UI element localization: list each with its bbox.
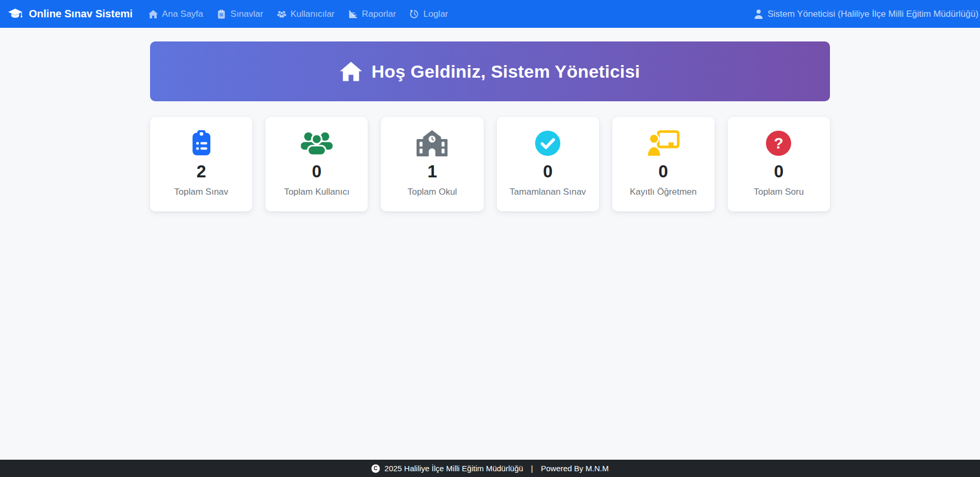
stat-label: Toplam Sınav [174,187,228,197]
user-icon [754,9,763,19]
stat-card-toplam-sinav: 2 Toplam Sınav [150,117,252,211]
footer-powered-by: Powered By M.N.M [541,464,609,473]
stat-value: 0 [312,163,322,180]
nav-item-sinavlar[interactable]: Sınavlar [214,7,266,22]
stat-value: 0 [658,163,668,180]
main-content: Hoş Geldiniz, Sistem Yöneticisi 2 Toplam… [150,41,830,211]
footer-separator: | [531,464,533,473]
home-icon [340,61,362,81]
stat-label: Tamamlanan Sınav [509,187,586,197]
stat-value: 0 [774,163,783,180]
stat-value: 1 [428,163,437,180]
footer: C 2025 Haliliye İlçe Milli Eğitim Müdürl… [0,460,980,477]
welcome-title: Hoş Geldiniz, Sistem Yöneticisi [371,61,640,82]
user-label: Sistem Yöneticisi (Haliliye İlçe Milli E… [768,9,978,19]
stat-value: 2 [196,163,206,180]
svg-text:?: ? [774,134,783,152]
stat-label: Toplam Okul [408,187,457,197]
stat-card-toplam-kullanici: 0 Toplam Kullanıcı [265,117,368,211]
chalkboard-teacher-icon [647,130,680,157]
question-circle-icon: ? [765,130,792,157]
stat-card-toplam-soru: ? 0 Toplam Soru [728,117,830,211]
stat-label: Toplam Kullanıcı [284,187,349,197]
clipboard-icon [217,9,226,19]
navbar: Online Sınav Sistemi Ana Sayfa Sınavlar [0,0,980,28]
nav-item-raporlar[interactable]: Raporlar [345,7,399,22]
home-icon [148,9,158,19]
clipboard-list-icon [191,130,212,157]
app-title: Online Sınav Sistemi [29,8,133,20]
check-circle-icon [535,130,561,157]
chart-bar-icon [348,9,358,19]
welcome-banner: Hoş Geldiniz, Sistem Yöneticisi [150,41,830,101]
stat-label: Kayıtlı Öğretmen [630,187,697,197]
nav-item-loglar[interactable]: Loglar [407,7,451,22]
user-menu[interactable]: Sistem Yöneticisi (Haliliye İlçe Milli E… [754,0,978,28]
school-icon [417,130,448,157]
stat-value: 0 [543,163,552,180]
copyright-icon: C [371,464,380,473]
nav-item-kullanicilar[interactable]: Kullanıcılar [274,7,338,22]
users-icon [300,130,333,157]
users-icon [277,9,286,19]
stat-card-tamamlanan-sinav: 0 Tamamlanan Sınav [497,117,599,211]
app-brand[interactable]: Online Sınav Sistemi [7,7,133,20]
stat-card-kayitli-ogretmen: 0 Kayıtlı Öğretmen [612,117,715,211]
stats-row: 2 Toplam Sınav 0 Toplam Kullanıcı [150,117,830,211]
stat-label: Toplam Soru [754,187,804,197]
graduation-cap-icon [7,7,23,20]
nav-item-ana-sayfa[interactable]: Ana Sayfa [145,7,206,22]
footer-owner: 2025 Haliliye İlçe Milli Eğitim Müdürlüğ… [385,464,523,473]
history-icon [410,9,419,19]
stat-card-toplam-okul: 1 Toplam Okul [381,117,483,211]
main-nav: Ana Sayfa Sınavlar Kullanıcılar [145,7,451,22]
